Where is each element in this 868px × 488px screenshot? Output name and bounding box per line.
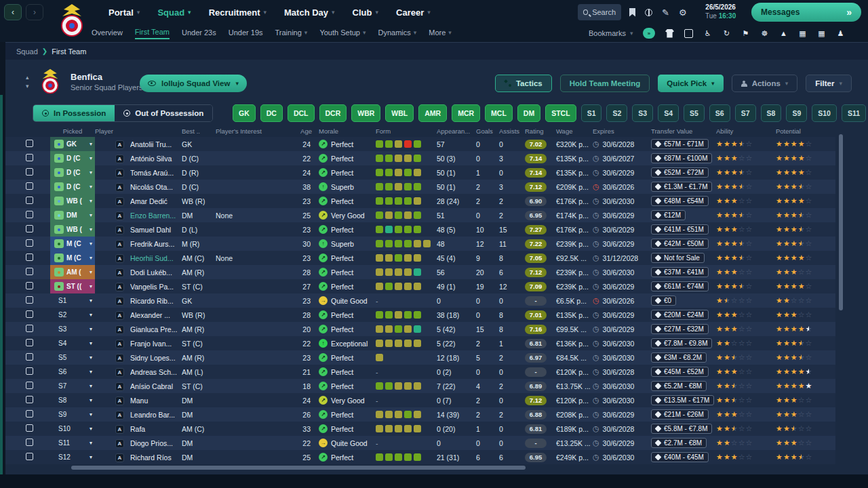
training-cone-icon[interactable]: ▲ bbox=[779, 29, 788, 38]
picked-position-cell[interactable]: M (C▾ bbox=[50, 237, 95, 251]
table-row[interactable]: S5▾ASidny Lopes...AM (R)23↗Perfect12 (18… bbox=[5, 350, 835, 365]
player-name[interactable]: Dodi Lukéb... bbox=[130, 268, 182, 277]
staff-icon[interactable]: ♟ bbox=[836, 29, 845, 38]
picked-position-cell[interactable]: S11▾ bbox=[50, 436, 95, 450]
picked-position-cell[interactable]: WB (▾ bbox=[50, 194, 95, 208]
player-report-icon[interactable]: A bbox=[115, 425, 124, 434]
filter-button[interactable]: Filter ▾ bbox=[806, 75, 852, 92]
player-report-icon[interactable]: A bbox=[115, 325, 124, 334]
tactics-button[interactable]: Tactics bbox=[495, 75, 552, 92]
picked-position-cell[interactable]: S4▾ bbox=[50, 336, 95, 350]
table-row[interactable]: S12▾ARichard RíosDM25↗Perfect21 (31)666.… bbox=[5, 450, 835, 464]
schedule-icon[interactable]: ▦ bbox=[817, 29, 826, 38]
position-button-mcl[interactable]: MCL bbox=[485, 104, 513, 122]
vertical-scrollbar[interactable] bbox=[839, 134, 843, 310]
column-header[interactable]: Goals bbox=[476, 127, 499, 135]
player-report-icon[interactable]: A bbox=[115, 155, 124, 163]
column-header[interactable]: Transfer Value bbox=[651, 127, 716, 135]
row-checkbox[interactable] bbox=[26, 239, 33, 247]
table-row[interactable]: DM▾AEnzo Barren...DMNone25↗Very Good5102… bbox=[5, 208, 835, 222]
player-report-icon[interactable]: A bbox=[115, 297, 124, 306]
player-report-icon[interactable]: A bbox=[115, 254, 124, 263]
position-button-dcl[interactable]: DCL bbox=[288, 104, 315, 122]
player-report-icon[interactable]: A bbox=[115, 453, 124, 462]
picked-position-cell[interactable]: GK▾ bbox=[50, 137, 95, 151]
row-checkbox[interactable] bbox=[26, 154, 33, 161]
position-button-s1[interactable]: S1 bbox=[581, 104, 602, 122]
player-report-icon[interactable]: A bbox=[115, 197, 124, 206]
row-checkbox[interactable] bbox=[26, 339, 33, 346]
row-checkbox[interactable] bbox=[26, 367, 33, 375]
player-name[interactable]: Anísio Cabral bbox=[130, 382, 182, 390]
table-row[interactable]: S1▾ARicardo Rib...GK23→Quite Good-000-€6… bbox=[5, 293, 835, 308]
settings-icon[interactable]: ⚙ bbox=[679, 8, 687, 17]
column-header[interactable]: Player's Interest bbox=[216, 127, 290, 135]
row-checkbox[interactable] bbox=[26, 282, 33, 289]
position-button-stcl[interactable]: STCL bbox=[545, 104, 576, 122]
column-header[interactable]: Ability bbox=[716, 127, 776, 135]
picked-position-cell[interactable]: S10▾ bbox=[50, 422, 95, 436]
player-name[interactable]: Rafa bbox=[130, 425, 182, 433]
hold-team-meeting-button[interactable]: Hold Team Meeting bbox=[560, 75, 650, 92]
row-checkbox[interactable] bbox=[26, 382, 33, 389]
player-name[interactable]: Gianluca Pre... bbox=[130, 325, 182, 333]
player-name[interactable]: Amar Dedić bbox=[130, 197, 182, 205]
squad-view-dropdown[interactable]: lollujo Squad View ▾ bbox=[140, 75, 247, 92]
column-header[interactable]: Rating bbox=[525, 127, 556, 135]
table-row[interactable]: S9▾ALeandro Bar...DM26↗Perfect14 (39)226… bbox=[5, 407, 835, 422]
team-cycle-buttons[interactable]: ▴▾ bbox=[26, 73, 29, 90]
position-button-gk[interactable]: GK bbox=[233, 104, 256, 122]
player-name[interactable]: Samuel Dahl bbox=[130, 226, 182, 234]
picked-position-cell[interactable]: M (C▾ bbox=[50, 251, 95, 265]
position-button-s7[interactable]: S7 bbox=[735, 104, 756, 122]
position-button-wbl[interactable]: WBL bbox=[385, 104, 414, 122]
shirt-icon[interactable] bbox=[665, 29, 674, 38]
table-row[interactable]: S6▾AAndreas Sch...AM (L)21↗Perfect-0 (2)… bbox=[5, 365, 835, 379]
nav-item-career[interactable]: Career▾ bbox=[396, 7, 431, 18]
nav-item-match-day[interactable]: Match Day▾ bbox=[284, 7, 335, 18]
subnav-item-under-23s[interactable]: Under 23s bbox=[182, 28, 216, 39]
player-report-icon[interactable]: A bbox=[115, 311, 124, 320]
subnav-item-overview[interactable]: Overview bbox=[92, 28, 123, 39]
row-checkbox[interactable] bbox=[26, 182, 33, 190]
player-report-icon[interactable]: A bbox=[115, 340, 124, 348]
column-header[interactable]: Player bbox=[95, 127, 182, 135]
picked-position-cell[interactable]: S1▾ bbox=[50, 293, 95, 308]
player-report-icon[interactable]: A bbox=[115, 368, 124, 377]
subnav-item-dynamics[interactable]: Dynamics▾ bbox=[378, 28, 416, 39]
player-name[interactable]: Fredrik Aurs... bbox=[130, 240, 182, 248]
position-button-s8[interactable]: S8 bbox=[761, 104, 782, 122]
player-name[interactable]: Manu bbox=[130, 396, 182, 405]
player-name[interactable]: Leandro Bar... bbox=[130, 411, 182, 419]
table-row[interactable]: WB (▾AAmar DedićWB (R)23↗Perfect28 (24)2… bbox=[5, 194, 835, 208]
player-name[interactable]: Nicolás Ota... bbox=[130, 183, 182, 191]
bookmark-icon[interactable] bbox=[629, 8, 635, 17]
table-row[interactable]: WB (▾ASamuel DahlD (L)23↗Perfect48 (5)10… bbox=[5, 222, 835, 237]
table-row[interactable]: M (C▾AHeorhii Sud...AM (C)None23↗Perfect… bbox=[5, 251, 835, 265]
world-icon[interactable] bbox=[645, 9, 652, 16]
quick-pick-button[interactable]: Quick Pick ▾ bbox=[658, 75, 723, 92]
player-name[interactable]: Heorhii Sud... bbox=[130, 254, 182, 262]
player-name[interactable]: António Silva bbox=[130, 155, 182, 163]
player-report-icon[interactable]: A bbox=[115, 283, 124, 291]
column-header[interactable]: Age bbox=[290, 127, 319, 135]
calendar-icon[interactable]: ▦ bbox=[798, 29, 807, 38]
column-header[interactable]: Wage bbox=[556, 127, 593, 135]
player-report-icon[interactable]: A bbox=[115, 240, 124, 249]
breadcrumb-root[interactable]: Squad bbox=[16, 47, 38, 56]
row-checkbox[interactable] bbox=[26, 325, 33, 332]
row-checkbox[interactable] bbox=[26, 140, 33, 147]
player-report-icon[interactable]: A bbox=[115, 396, 124, 405]
player-name[interactable]: Sidny Lopes... bbox=[130, 354, 182, 362]
column-header[interactable]: Expires bbox=[593, 127, 651, 135]
player-name[interactable]: Vangelis Pa... bbox=[130, 283, 182, 291]
column-header[interactable]: Morale bbox=[319, 127, 376, 135]
bookmarks-dropdown[interactable]: Bookmarks ▾ bbox=[589, 29, 633, 37]
table-row[interactable]: S8▾AManuDM24↗Very Good-0 (7)207.12€120K … bbox=[5, 393, 835, 407]
column-header[interactable]: Best .. bbox=[182, 127, 216, 135]
table-row[interactable]: ST ((▾AVangelis Pa...ST (C)27↗Perfect49 … bbox=[5, 279, 835, 293]
position-button-s4[interactable]: S4 bbox=[658, 104, 679, 122]
row-checkbox[interactable] bbox=[26, 310, 33, 318]
player-report-icon[interactable]: A bbox=[115, 226, 124, 235]
kit-icon[interactable] bbox=[684, 29, 693, 38]
